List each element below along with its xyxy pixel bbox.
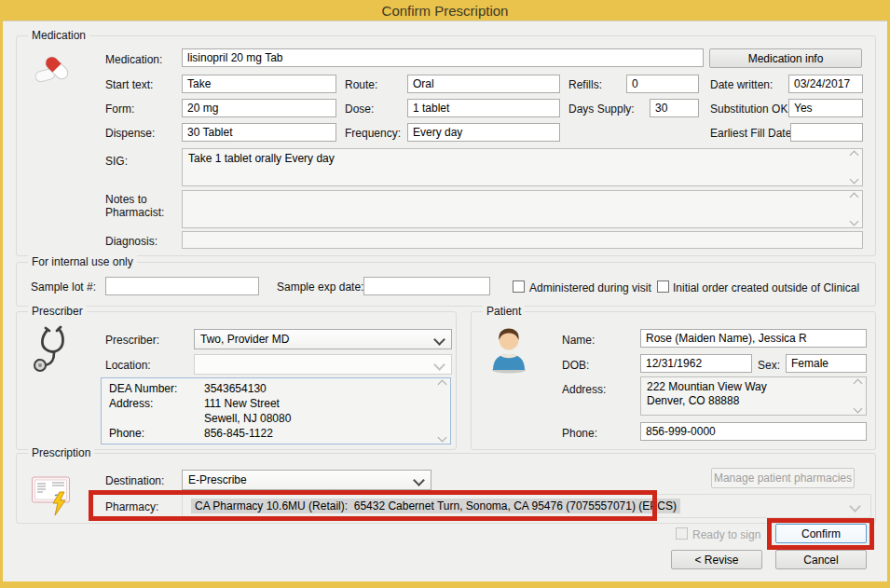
sample-exp-date-label: Sample exp date: — [277, 280, 363, 294]
internal-use-group-label: For internal use only — [28, 255, 137, 268]
sig-label: SIG: — [105, 155, 128, 168]
scroll-down-icon[interactable] — [437, 433, 446, 443]
days-supply-label: Days Supply: — [568, 103, 635, 116]
medication-info-button[interactable]: Medication info — [709, 48, 862, 68]
initial-order-outside-clinical-label: Initial order created outside of Clinica… — [673, 281, 859, 294]
medication-input[interactable]: lisinopril 20 mg Tab — [182, 48, 704, 67]
prescriber-address-line2: Sewell, NJ 08080 — [204, 411, 443, 426]
patient-phone-label: Phone: — [562, 427, 597, 440]
dose-label: Dose: — [345, 103, 374, 116]
scroll-down-icon[interactable] — [853, 404, 862, 414]
revise-button[interactable]: < Revise — [671, 550, 762, 569]
rx-pad-lightning-icon — [31, 471, 75, 517]
prescriber-select[interactable]: Two, Provider MD — [194, 329, 452, 349]
chevron-down-icon[interactable] — [413, 474, 425, 486]
sex-input[interactable]: Female — [786, 354, 867, 373]
form-input[interactable]: 20 mg — [182, 99, 336, 117]
substitution-ok-label: Substitution OK: — [710, 103, 791, 116]
prescriber-phone-label: Phone: — [109, 426, 197, 441]
sample-exp-date-input[interactable] — [363, 277, 490, 295]
sample-lot-label: Sample lot #: — [31, 280, 96, 294]
destination-label: Destination: — [105, 474, 164, 487]
patient-group-label: Patient — [483, 305, 525, 318]
confirm-prescription-dialog: { "window": { "title": "Confirm Prescrip… — [0, 0, 890, 588]
patient-address-box[interactable]: 222 Mountian View Way Denver, CO 88888 — [640, 376, 867, 416]
pills-icon — [34, 52, 75, 86]
sample-lot-input[interactable] — [105, 277, 259, 295]
scroll-up-icon[interactable] — [849, 193, 858, 202]
chevron-down-icon — [433, 359, 445, 371]
form-label: Form: — [105, 103, 134, 116]
sig-textarea[interactable]: Take 1 tablet orally Every day — [182, 148, 863, 186]
start-text-input[interactable]: Take — [182, 75, 336, 93]
stethoscope-icon — [32, 324, 75, 373]
refills-input[interactable]: 0 — [626, 75, 699, 93]
start-text-label: Start text: — [105, 78, 153, 91]
route-label: Route: — [345, 78, 377, 91]
dose-input[interactable]: 1 tablet — [407, 99, 560, 117]
patient-address-label: Address: — [562, 383, 606, 396]
frequency-input[interactable]: Every day — [407, 123, 560, 142]
chevron-down-icon — [849, 500, 861, 513]
dea-number-label: DEA Number: — [109, 381, 197, 396]
chevron-down-icon[interactable] — [433, 334, 445, 346]
diagnosis-label: Diagnosis: — [105, 235, 157, 248]
date-written-label: Date written: — [710, 78, 773, 91]
administered-during-visit-label: Administered during visit — [529, 281, 651, 294]
destination-select[interactable]: E-Prescribe — [182, 470, 431, 490]
scroll-down-icon[interactable] — [849, 217, 858, 226]
notes-to-pharmacist-label-2: Pharmacist: — [105, 206, 164, 219]
patient-phone-input[interactable]: 856-999-0000 — [640, 422, 867, 441]
patient-name-input[interactable]: Rose (Maiden Name), Jessica R — [640, 329, 867, 348]
location-select — [194, 354, 452, 375]
dialog-titlebar: Confirm Prescription — [0, 0, 890, 21]
cancel-button[interactable]: Cancel — [775, 550, 867, 569]
patient-address-line2: Denver, CO 88888 — [647, 394, 860, 408]
annotation-confirm-highlight — [767, 518, 874, 550]
ready-to-sign-checkbox — [676, 527, 688, 540]
ready-to-sign-label: Ready to sign — [692, 528, 760, 541]
prescriber-phone-value: 856-845-1122 — [204, 426, 443, 441]
earliest-fill-date-input[interactable] — [790, 123, 863, 142]
person-icon — [486, 324, 531, 375]
scroll-up-icon[interactable] — [849, 151, 858, 160]
days-supply-input[interactable]: 30 — [650, 99, 699, 117]
dialog-title: Confirm Prescription — [382, 3, 509, 19]
notes-to-pharmacist-label: Notes to — [105, 193, 147, 206]
diagnosis-input[interactable] — [182, 231, 863, 249]
medication-group-label: Medication — [28, 29, 89, 42]
dispense-label: Dispense: — [105, 127, 155, 140]
scroll-up-icon[interactable] — [437, 380, 446, 390]
prescriber-details-box[interactable]: DEA Number: 3543654130 Address: 111 New … — [101, 377, 451, 444]
dispense-input[interactable]: 30 Tablet — [182, 123, 336, 142]
refills-label: Refills: — [568, 78, 602, 91]
location-label: Location: — [105, 359, 151, 372]
earliest-fill-date-label: Earliest Fill Date: — [710, 127, 795, 140]
patient-address-line1: 222 Mountian View Way — [647, 380, 860, 394]
substitution-ok-input[interactable]: Yes — [788, 99, 863, 117]
patient-name-label: Name: — [562, 334, 595, 347]
dob-label: DOB: — [562, 359, 589, 372]
dob-input[interactable]: 12/31/1962 — [640, 354, 752, 373]
route-input[interactable]: Oral — [407, 75, 560, 93]
date-written-input[interactable]: 03/24/2017 — [788, 75, 863, 93]
scroll-down-icon[interactable] — [849, 175, 858, 185]
initial-order-outside-clinical-checkbox[interactable] — [657, 280, 669, 293]
prescription-group-label: Prescription — [28, 446, 94, 459]
sex-label: Sex: — [758, 359, 780, 372]
frequency-label: Frequency: — [345, 127, 401, 140]
scroll-up-icon[interactable] — [853, 379, 862, 389]
prescriber-address-line1: 111 New Street — [204, 396, 443, 411]
prescriber-label: Prescriber: — [105, 334, 159, 347]
prescriber-address-label: Address: — [109, 396, 197, 411]
prescriber-group-label: Prescriber — [28, 305, 87, 318]
manage-patient-pharmacies-button: Manage patient pharmacies — [711, 468, 855, 488]
medication-label: Medication: — [105, 53, 162, 66]
notes-to-pharmacist-textarea[interactable] — [182, 190, 863, 228]
administered-during-visit-checkbox[interactable] — [513, 280, 525, 293]
dea-number-value: 3543654130 — [204, 381, 443, 396]
annotation-pharmacy-highlight — [89, 490, 657, 521]
